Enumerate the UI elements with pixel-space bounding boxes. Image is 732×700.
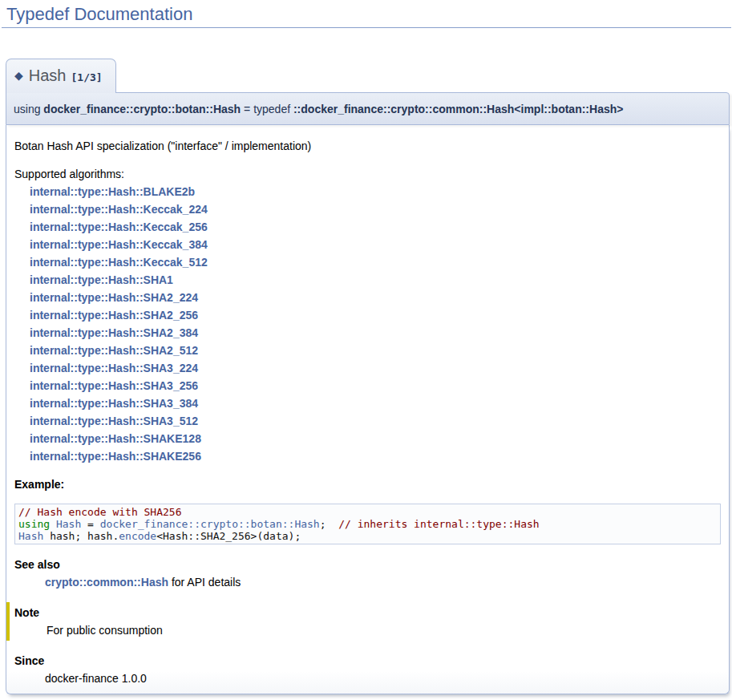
algorithm-link[interactable]: internal::type::Hash::SHA2_512: [30, 342, 721, 359]
member-prototype: using docker_finance::crypto::botan::Has…: [6, 92, 730, 125]
page-title: Typedef Documentation: [2, 0, 731, 28]
algorithm-link[interactable]: internal::type::Hash::SHA3_224: [30, 359, 721, 377]
algorithm-link[interactable]: internal::type::Hash::Keccak_512: [30, 253, 721, 271]
see-also-label: See also: [14, 556, 721, 573]
member-body: using docker_finance::crypto::botan::Has…: [6, 92, 730, 694]
algorithm-link[interactable]: internal::type::Hash::SHA3_384: [30, 395, 721, 412]
code-plain: hash; hash.: [43, 530, 119, 542]
example-label: Example:: [14, 475, 721, 493]
code-block: // Hash encode with SHA256using Hash = d…: [14, 504, 721, 544]
see-also-suffix: for API details: [168, 576, 241, 589]
code-comment: // Hash encode with SHA256: [18, 506, 182, 518]
supported-algorithms-label: Supported algorithms:: [14, 165, 721, 183]
code-line: // Hash encode with SHA256: [18, 506, 717, 518]
algorithm-list: internal::type::Hash::BLAKE2binternal::t…: [14, 183, 721, 465]
code-line: Hash hash; hash.encode<Hash::SHA2_256>(d…: [18, 530, 717, 542]
code-plain: <Hash::SHA2_256>(data);: [156, 530, 301, 542]
code-comment: // inherits internal::type::Hash: [338, 518, 539, 530]
note-section: Note For public consumption: [6, 602, 721, 641]
see-also-section: See also crypto::common::Hash for API de…: [14, 556, 721, 591]
code-link[interactable]: Hash: [56, 518, 81, 530]
code-line: using Hash = docker_finance::crypto::bot…: [18, 518, 717, 530]
code-link[interactable]: docker_finance::crypto::botan::Hash: [100, 518, 320, 530]
since-section: Since docker-finance 1.0.0: [14, 652, 721, 687]
code-link[interactable]: encode: [119, 530, 156, 542]
algorithm-link[interactable]: internal::type::Hash::SHAKE256: [30, 447, 721, 465]
algorithm-link[interactable]: internal::type::Hash::SHA2_256: [30, 306, 721, 324]
algorithm-link[interactable]: internal::type::Hash::SHA1: [30, 271, 721, 289]
algorithm-link[interactable]: internal::type::Hash::Keccak_256: [30, 218, 721, 236]
permalink-anchor-icon[interactable]: ◆: [14, 69, 23, 82]
overload-index: [1/3]: [71, 71, 102, 83]
since-text: docker-finance 1.0.0: [45, 670, 721, 687]
algorithm-link[interactable]: internal::type::Hash::SHA2_224: [30, 289, 721, 306]
member-tab: ◆Hash[1/3]: [6, 59, 116, 93]
see-also-link[interactable]: crypto::common::Hash: [45, 576, 168, 589]
code-plain: =: [81, 518, 99, 530]
algorithm-link[interactable]: internal::type::Hash::SHAKE128: [30, 430, 721, 447]
member-name: Hash: [29, 67, 67, 84]
description-text: Botan Hash API specialization ("interfac…: [14, 137, 721, 155]
algorithm-link[interactable]: internal::type::Hash::Keccak_384: [30, 236, 721, 253]
code-link[interactable]: Hash: [18, 530, 43, 542]
algorithm-link[interactable]: internal::type::Hash::SHA3_256: [30, 377, 721, 395]
see-also-content: crypto::common::Hash for API details: [45, 573, 721, 591]
code-plain: ;: [320, 518, 338, 530]
typedef-name-link[interactable]: docker_finance::crypto::botan::Hash: [43, 103, 241, 115]
since-label: Since: [14, 652, 721, 670]
note-text: For public consumption: [47, 621, 721, 639]
member-item: ◆Hash[1/3] using docker_finance::crypto:…: [6, 59, 730, 694]
proto-using-keyword: using: [14, 103, 43, 115]
note-label: Note: [14, 604, 721, 621]
proto-equals: = typedef: [241, 103, 293, 115]
algorithm-link[interactable]: internal::type::Hash::SHA3_512: [30, 412, 721, 430]
algorithm-link[interactable]: internal::type::Hash::SHA2_384: [30, 324, 721, 342]
typedef-target-link[interactable]: ::docker_finance::crypto::common::Hash<i…: [293, 103, 623, 115]
member-doc: Botan Hash API specialization ("interfac…: [6, 125, 730, 694]
code-plain: [50, 518, 56, 530]
algorithm-link[interactable]: internal::type::Hash::Keccak_224: [30, 200, 721, 218]
code-keyword: using: [18, 518, 50, 530]
algorithm-link[interactable]: internal::type::Hash::BLAKE2b: [30, 183, 721, 200]
